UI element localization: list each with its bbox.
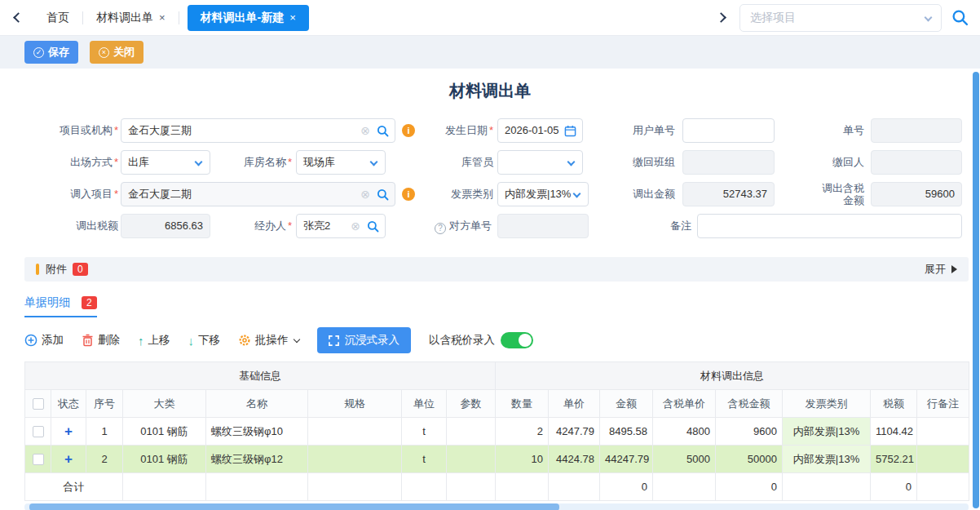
cell-unit[interactable]: t [402,418,447,446]
arrow-down-icon: ↓ [188,334,195,348]
cell-price[interactable]: 4424.78 [549,446,600,473]
warehouse-select[interactable]: 现场库 [296,150,386,175]
cell-unit[interactable]: t [402,446,447,473]
chevron-down-icon [370,158,378,166]
cell-amount[interactable]: 44247.79 [600,446,653,473]
total-empty [653,473,716,501]
cell-qty[interactable]: 2 [496,418,549,446]
cell-tax-amount[interactable]: 9600 [716,418,783,446]
cell-remark[interactable] [917,418,969,446]
total-empty [402,473,447,501]
horizontal-scrollbar-thumb[interactable] [29,503,559,510]
close-button[interactable]: × 关闭 [90,41,143,64]
tab-material-transfer-new[interactable]: 材料调出单-新建 × [188,5,309,31]
close-tab-icon[interactable]: × [289,11,296,24]
out-method-select[interactable]: 出库 [121,150,210,175]
add-row-button[interactable]: 添加 [24,333,64,348]
batch-ops-button[interactable]: 批操作 [238,333,299,348]
horizontal-scrollbar[interactable] [24,503,969,510]
global-search-icon[interactable] [951,9,969,26]
calendar-icon[interactable] [564,125,576,137]
out-amount-field: 52743.37 [682,182,775,206]
cell-price[interactable]: 4247.79 [549,418,600,446]
row-checkbox[interactable] [33,426,44,437]
cell-tax-price[interactable]: 5000 [653,446,716,473]
lookup-search-icon[interactable] [367,220,379,233]
out-amount-label: 调出金额 [603,182,675,206]
tabs-scroll-left-icon[interactable] [13,12,24,23]
page: 首页 材料调出单 × 材料调出单-新建 × 选择项目 ✓ 保存 [0,0,980,510]
close-tab-icon[interactable]: × [159,11,166,24]
clear-icon[interactable]: ⊗ [351,215,360,237]
tab-home[interactable]: 首页 [33,5,82,31]
cell-name[interactable]: 螺纹三级钢φ10 [206,418,308,446]
select-all-checkbox[interactable] [33,398,44,410]
tab-material-transfer-list[interactable]: 材料调出单 × [83,5,179,31]
return-person-label: 缴回人 [795,150,864,175]
user-no-field[interactable] [682,118,775,143]
detail-count-badge: 2 [82,296,97,309]
grid-toolbar: 添加 删除 ↑ 上移 ↓ 下移 批操作 沉浸式录入 以含税价录入 [24,327,980,353]
col-row-remark: 行备注 [917,390,969,418]
cell-seq: 2 [86,446,123,473]
move-down-button[interactable]: ↓ 下移 [188,333,221,348]
insert-row-icon[interactable]: + [64,451,73,467]
cell-category[interactable]: 0101 钢筋 [123,446,206,473]
chevron-down-icon [293,335,299,342]
project-field[interactable]: 金石大厦三期 ⊗ [121,118,395,143]
attachments-bar[interactable]: 附件 0 展开 [24,257,969,282]
tab-detail[interactable]: 单据明细 2 [24,295,97,317]
lookup-search-icon[interactable] [377,188,389,201]
lookup-search-icon[interactable] [377,125,389,137]
clear-icon[interactable]: ⊗ [360,183,370,206]
cell-remark[interactable] [917,446,969,473]
row-checkbox[interactable] [33,454,44,465]
clear-icon[interactable]: ⊗ [360,119,370,142]
invoice-type-select[interactable]: 内部发票|13% [497,182,589,206]
col-unit: 单位 [402,390,447,418]
page-title: 材料调出单 [0,80,980,102]
total-label: 合计 [25,473,123,501]
cell-invoice[interactable]: 内部发票|13% [783,446,871,473]
col-invoice: 发票类别 [783,390,871,418]
col-tax: 税额 [871,390,917,418]
warehouse-label: 库房名称* [219,150,292,175]
in-project-field[interactable]: 金石大厦二期 ⊗ [121,182,395,206]
tabs-scroll-right-icon[interactable] [716,12,726,23]
cell-tax-amount[interactable]: 50000 [716,446,783,473]
counter-no-field [497,214,589,238]
cell-amount[interactable]: 8495.58 [600,418,653,446]
detail-tab-label: 单据明细 [24,295,70,310]
save-button[interactable]: ✓ 保存 [24,41,78,64]
cell-name[interactable]: 螺纹三级钢φ12 [206,446,308,473]
vertical-scrollbar[interactable] [973,72,979,508]
table-row[interactable]: + 1 0101 钢筋 螺纹三级钢φ10 t 2 4247.79 8495.58… [25,418,969,446]
keeper-select[interactable] [497,150,583,175]
insert-row-icon[interactable]: + [64,424,73,439]
date-field[interactable]: 2026-01-05 [497,118,583,143]
handler-field[interactable]: 张亮2 ⊗ [296,214,386,238]
cell-param[interactable] [447,446,496,473]
cell-qty[interactable]: 10 [496,446,549,473]
question-circle-icon[interactable]: ? [435,223,446,234]
cell-spec[interactable] [308,446,402,473]
tab-label: 材料调出单-新建 [201,11,285,25]
return-team-field [682,150,775,175]
remark-field[interactable] [697,214,962,238]
cell-tax[interactable]: 5752.21 [871,446,917,473]
cell-invoice[interactable]: 内部发票|13% [783,418,871,446]
cell-spec[interactable] [308,418,402,446]
cell-tax-price[interactable]: 4800 [653,418,716,446]
total-empty [917,473,969,501]
move-up-button[interactable]: ↑ 上移 [138,333,170,348]
cell-param[interactable] [447,418,496,446]
tax-entry-toggle[interactable] [501,332,533,348]
cell-tax[interactable]: 1104.42 [871,418,917,446]
project-select-input[interactable]: 选择项目 [739,4,942,32]
total-empty [447,473,496,501]
table-row[interactable]: + 2 0101 钢筋 螺纹三级钢φ12 t 10 4424.78 44247.… [25,446,969,473]
cell-category[interactable]: 0101 钢筋 [123,418,206,446]
expand-toggle[interactable]: 展开 [925,262,957,277]
delete-row-button[interactable]: 删除 [82,333,120,348]
immersive-entry-button[interactable]: 沉浸式录入 [317,327,412,353]
